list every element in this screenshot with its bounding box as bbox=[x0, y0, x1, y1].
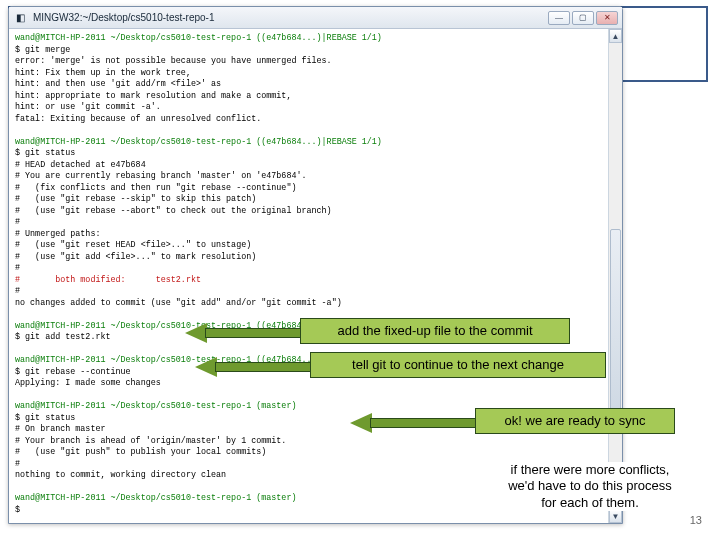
term-line: $ git status bbox=[15, 413, 75, 423]
term-line: $ bbox=[15, 505, 20, 515]
term-line: $ git merge bbox=[15, 45, 70, 55]
term-line: hint: Fix them up in the work tree, bbox=[15, 68, 191, 78]
term-line: Applying: I made some changes bbox=[15, 378, 161, 388]
term-line: # HEAD detached at e47b684 bbox=[15, 160, 146, 170]
term-line: $ git rebase --continue bbox=[15, 367, 131, 377]
callout-add-file: add the fixed-up file to the commit bbox=[300, 318, 570, 344]
page-number: 13 bbox=[690, 514, 702, 526]
term-line: hint: or use 'git commit -a'. bbox=[15, 102, 161, 112]
term-line: $ git status bbox=[15, 148, 75, 158]
term-line: # both modified: test2.rkt bbox=[15, 275, 201, 285]
term-line: # Unmerged paths: bbox=[15, 229, 100, 239]
term-line: # (use "git add <file>..." to mark resol… bbox=[15, 252, 256, 262]
term-line: # (fix conflicts and then run "git rebas… bbox=[15, 183, 296, 193]
term-line: # (use "git push" to publish your local … bbox=[15, 447, 266, 457]
minimize-button[interactable]: — bbox=[548, 11, 570, 25]
titlebar: ◧ MINGW32:~/Desktop/cs5010-test-repo-1 —… bbox=[9, 7, 622, 29]
note-line: if there were more conflicts, bbox=[480, 462, 700, 478]
prompt-line: wand@MITCH-HP-2011 ~/Desktop/cs5010-test… bbox=[15, 401, 296, 411]
note-line: we'd have to do this process bbox=[480, 478, 700, 494]
term-line: # bbox=[15, 217, 20, 227]
scroll-thumb[interactable] bbox=[610, 229, 621, 415]
term-line: # bbox=[15, 263, 20, 273]
terminal-body[interactable]: wand@MITCH-HP-2011 ~/Desktop/cs5010-test… bbox=[9, 29, 622, 523]
term-line: hint: and then use 'git add/rm <file>' a… bbox=[15, 79, 221, 89]
term-line: fatal: Exiting because of an unresolved … bbox=[15, 114, 261, 124]
maximize-button[interactable]: ▢ bbox=[572, 11, 594, 25]
window-buttons: — ▢ ✕ bbox=[548, 11, 618, 25]
callout-continue: tell git to continue to the next change bbox=[310, 352, 606, 378]
note-line: for each of them. bbox=[480, 495, 700, 511]
term-line: # On branch master bbox=[15, 424, 105, 434]
note-more-conflicts: if there were more conflicts, we'd have … bbox=[480, 462, 700, 511]
term-line: # (use "git rebase --skip" to skip this … bbox=[15, 194, 256, 204]
term-line: # (use "git rebase --abort" to check out… bbox=[15, 206, 332, 216]
prompt-line: wand@MITCH-HP-2011 ~/Desktop/cs5010-test… bbox=[15, 33, 382, 43]
term-line: # bbox=[15, 459, 20, 469]
scroll-up-button[interactable]: ▲ bbox=[609, 29, 622, 43]
scroll-down-button[interactable]: ▼ bbox=[609, 509, 622, 523]
term-line: $ git add test2.rkt bbox=[15, 332, 111, 342]
term-line: # (use "git reset HEAD <file>..." to uns… bbox=[15, 240, 251, 250]
scroll-track[interactable] bbox=[609, 43, 622, 509]
prompt-line: wand@MITCH-HP-2011 ~/Desktop/cs5010-test… bbox=[15, 493, 296, 503]
scrollbar[interactable]: ▲ ▼ bbox=[608, 29, 622, 523]
callout-ready-sync: ok! we are ready to sync bbox=[475, 408, 675, 434]
term-line: nothing to commit, working directory cle… bbox=[15, 470, 226, 480]
term-line: # You are currently rebasing branch 'mas… bbox=[15, 171, 307, 181]
terminal-window: ◧ MINGW32:~/Desktop/cs5010-test-repo-1 —… bbox=[8, 6, 623, 524]
term-line: error: 'merge' is not possible because y… bbox=[15, 56, 332, 66]
term-line: hint: appropriate to mark resolution and… bbox=[15, 91, 291, 101]
close-button[interactable]: ✕ bbox=[596, 11, 618, 25]
window-title: MINGW32:~/Desktop/cs5010-test-repo-1 bbox=[33, 12, 548, 23]
term-line: # Your branch is ahead of 'origin/master… bbox=[15, 436, 286, 446]
app-icon: ◧ bbox=[13, 11, 27, 25]
term-line: # bbox=[15, 286, 20, 296]
term-line: no changes added to commit (use "git add… bbox=[15, 298, 342, 308]
prompt-line: wand@MITCH-HP-2011 ~/Desktop/cs5010-test… bbox=[15, 137, 382, 147]
